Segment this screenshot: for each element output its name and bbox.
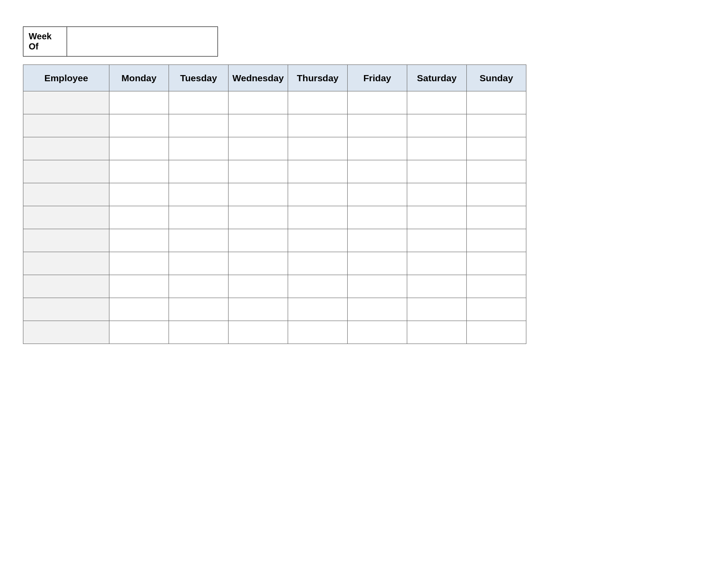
day-cell[interactable]	[109, 206, 169, 229]
day-cell[interactable]	[407, 160, 467, 183]
day-cell[interactable]	[348, 252, 407, 275]
day-cell[interactable]	[288, 160, 348, 183]
day-cell[interactable]	[288, 298, 348, 321]
day-cell[interactable]	[407, 275, 467, 298]
employee-cell[interactable]	[23, 275, 109, 298]
day-cell[interactable]	[407, 229, 467, 252]
day-cell[interactable]	[109, 91, 169, 114]
day-cell[interactable]	[109, 114, 169, 137]
day-cell[interactable]	[467, 229, 526, 252]
employee-cell[interactable]	[23, 160, 109, 183]
day-cell[interactable]	[109, 321, 169, 344]
day-cell[interactable]	[348, 321, 407, 344]
header-day-wednesday: Wednesday	[229, 65, 288, 91]
day-cell[interactable]	[109, 252, 169, 275]
day-cell[interactable]	[169, 160, 229, 183]
day-cell[interactable]	[288, 206, 348, 229]
day-cell[interactable]	[169, 229, 229, 252]
day-cell[interactable]	[407, 321, 467, 344]
week-of-label: Week Of	[23, 26, 67, 57]
day-cell[interactable]	[229, 275, 288, 298]
day-cell[interactable]	[169, 252, 229, 275]
day-cell[interactable]	[169, 206, 229, 229]
day-cell[interactable]	[229, 183, 288, 206]
employee-cell[interactable]	[23, 206, 109, 229]
day-cell[interactable]	[348, 183, 407, 206]
day-cell[interactable]	[348, 114, 407, 137]
day-cell[interactable]	[229, 91, 288, 114]
day-cell[interactable]	[348, 91, 407, 114]
day-cell[interactable]	[467, 321, 526, 344]
day-cell[interactable]	[169, 321, 229, 344]
day-cell[interactable]	[348, 206, 407, 229]
day-cell[interactable]	[169, 183, 229, 206]
day-cell[interactable]	[229, 321, 288, 344]
day-cell[interactable]	[109, 298, 169, 321]
schedule-table: Employee Monday Tuesday Wednesday Thursd…	[23, 64, 526, 344]
day-cell[interactable]	[229, 160, 288, 183]
employee-cell[interactable]	[23, 114, 109, 137]
table-row	[23, 114, 526, 137]
employee-cell[interactable]	[23, 321, 109, 344]
header-day-tuesday: Tuesday	[169, 65, 229, 91]
day-cell[interactable]	[348, 229, 407, 252]
day-cell[interactable]	[229, 114, 288, 137]
header-day-monday: Monday	[109, 65, 169, 91]
day-cell[interactable]	[288, 252, 348, 275]
day-cell[interactable]	[288, 275, 348, 298]
table-body	[23, 91, 526, 344]
day-cell[interactable]	[229, 206, 288, 229]
day-cell[interactable]	[109, 137, 169, 160]
day-cell[interactable]	[407, 114, 467, 137]
day-cell[interactable]	[467, 91, 526, 114]
employee-cell[interactable]	[23, 298, 109, 321]
employee-cell[interactable]	[23, 91, 109, 114]
day-cell[interactable]	[467, 206, 526, 229]
day-cell[interactable]	[169, 298, 229, 321]
day-cell[interactable]	[407, 298, 467, 321]
day-cell[interactable]	[109, 229, 169, 252]
day-cell[interactable]	[467, 252, 526, 275]
day-cell[interactable]	[348, 137, 407, 160]
day-cell[interactable]	[467, 275, 526, 298]
day-cell[interactable]	[169, 275, 229, 298]
day-cell[interactable]	[407, 206, 467, 229]
day-cell[interactable]	[229, 252, 288, 275]
day-cell[interactable]	[229, 298, 288, 321]
day-cell[interactable]	[169, 137, 229, 160]
day-cell[interactable]	[109, 160, 169, 183]
day-cell[interactable]	[109, 183, 169, 206]
employee-cell[interactable]	[23, 183, 109, 206]
day-cell[interactable]	[288, 183, 348, 206]
employee-cell[interactable]	[23, 252, 109, 275]
day-cell[interactable]	[407, 91, 467, 114]
header-day-sunday: Sunday	[467, 65, 526, 91]
day-cell[interactable]	[288, 91, 348, 114]
day-cell[interactable]	[229, 229, 288, 252]
day-cell[interactable]	[467, 183, 526, 206]
day-cell[interactable]	[229, 137, 288, 160]
day-cell[interactable]	[288, 114, 348, 137]
day-cell[interactable]	[288, 137, 348, 160]
day-cell[interactable]	[467, 114, 526, 137]
day-cell[interactable]	[407, 137, 467, 160]
day-cell[interactable]	[169, 91, 229, 114]
day-cell[interactable]	[467, 137, 526, 160]
table-row	[23, 206, 526, 229]
day-cell[interactable]	[407, 252, 467, 275]
table-row	[23, 91, 526, 114]
day-cell[interactable]	[288, 229, 348, 252]
day-cell[interactable]	[288, 321, 348, 344]
table-header-row: Employee Monday Tuesday Wednesday Thursd…	[23, 65, 526, 91]
day-cell[interactable]	[467, 160, 526, 183]
day-cell[interactable]	[169, 114, 229, 137]
day-cell[interactable]	[348, 298, 407, 321]
day-cell[interactable]	[467, 298, 526, 321]
day-cell[interactable]	[407, 183, 467, 206]
employee-cell[interactable]	[23, 137, 109, 160]
day-cell[interactable]	[348, 160, 407, 183]
day-cell[interactable]	[109, 275, 169, 298]
week-of-input[interactable]	[67, 26, 218, 57]
employee-cell[interactable]	[23, 229, 109, 252]
day-cell[interactable]	[348, 275, 407, 298]
